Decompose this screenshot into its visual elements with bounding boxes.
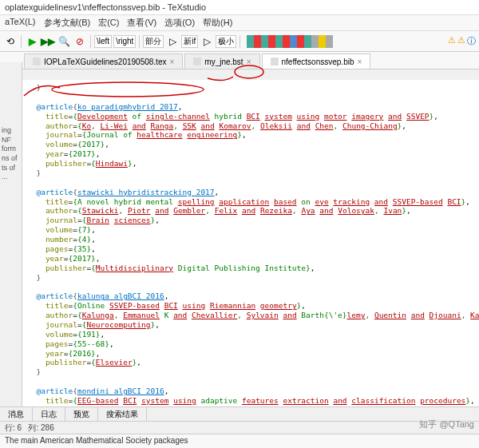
file-icon: [271, 57, 279, 65]
close-icon[interactable]: ×: [247, 57, 251, 66]
bottom-panel-tabs: 消息日志预览搜索结果: [0, 406, 479, 421]
color-swatch[interactable]: [290, 35, 297, 48]
color-swatch[interactable]: [319, 35, 326, 48]
bottom-tab[interactable]: 消息: [0, 407, 33, 421]
file-icon: [193, 57, 201, 65]
color-swatch[interactable]: [268, 35, 275, 48]
newif-combo[interactable]: 新if: [181, 35, 198, 48]
warn-icon[interactable]: ⓘ: [467, 35, 476, 47]
tab-label: IOPLaTeXGuidelines20190508.tex: [44, 57, 166, 66]
menu-item[interactable]: 帮助(H): [203, 17, 232, 29]
code-editor[interactable]: } @article{ko_paradigmhybrid_2017, title…: [22, 80, 479, 406]
line-value: 6: [18, 423, 22, 432]
line-label: 行:: [5, 423, 15, 432]
view-icon[interactable]: 🔍: [57, 34, 71, 49]
color-swatch[interactable]: [326, 35, 333, 48]
parts-combo[interactable]: 部分: [143, 35, 164, 48]
run-icon[interactable]: ▶: [25, 34, 39, 49]
menu-item[interactable]: 宏(C): [98, 17, 119, 29]
menu-item[interactable]: 选项(O): [164, 17, 195, 29]
tab-label: nfeffectsonssvep.bib: [282, 57, 354, 66]
scale-combo[interactable]: 极小: [216, 35, 236, 48]
color-swatch[interactable]: [261, 35, 268, 48]
close-icon[interactable]: ×: [358, 57, 362, 66]
file-icon: [33, 57, 41, 65]
gt-icon[interactable]: ▷: [200, 34, 214, 49]
run-fast-icon[interactable]: ▶▶: [41, 34, 55, 49]
tab-label: my_jne.bst: [204, 57, 243, 66]
warn-icon[interactable]: ⚠: [457, 35, 465, 47]
menu-item[interactable]: 查看(V): [127, 17, 156, 29]
col-value: 286: [41, 423, 54, 432]
left-combo[interactable]: \left: [94, 35, 112, 48]
side-panel: ing NF form ns of ts of ...: [0, 62, 22, 421]
bottom-tab[interactable]: 预览: [65, 407, 98, 421]
warn-icon[interactable]: ⚠: [448, 35, 456, 47]
toolbar: ⟲ ▶ ▶▶ 🔍 ⊘ \left \right 部分 ▷ 新if ▷ 极小 ⚠⚠…: [0, 31, 479, 52]
refresh-icon[interactable]: ⟲: [3, 34, 18, 49]
color-palette[interactable]: [247, 35, 333, 48]
lt-icon[interactable]: ▷: [165, 34, 180, 49]
color-swatch[interactable]: [304, 35, 311, 48]
status-bar: 行: 6 列: 286: [0, 421, 479, 434]
bottom-tab[interactable]: 搜索结果: [98, 407, 147, 421]
menu-bar: aTeX(L)参考文献(B)宏(C)查看(V)选项(O)帮助(H): [0, 15, 479, 31]
color-swatch[interactable]: [247, 35, 254, 48]
color-swatch[interactable]: [283, 35, 290, 48]
editor-tab[interactable]: my_jne.bst×: [184, 54, 259, 69]
right-combo[interactable]: \right: [113, 35, 136, 48]
stop-icon[interactable]: ⊘: [73, 34, 87, 49]
color-swatch[interactable]: [275, 35, 283, 48]
window-title: oplatexguidelinesv1\nfeffectonssvep.bib …: [0, 0, 479, 15]
col-label: 列:: [28, 423, 38, 432]
color-swatch[interactable]: [311, 35, 319, 48]
menu-item[interactable]: aTeX(L): [5, 17, 36, 29]
color-swatch[interactable]: [297, 35, 304, 48]
footer-message: The main American Mathematical Society p…: [0, 434, 479, 448]
menu-item[interactable]: 参考文献(B): [44, 17, 91, 29]
color-swatch[interactable]: [254, 35, 261, 48]
editor-tab[interactable]: IOPLaTeXGuidelines20190508.tex×: [24, 54, 183, 69]
warning-icons: ⚠⚠ⓘ: [448, 35, 476, 47]
watermark: 知乎 @QTang: [419, 418, 474, 430]
close-icon[interactable]: ×: [169, 57, 174, 66]
editor-tabs: IOPLaTeXGuidelines20190508.tex×my_jne.bs…: [0, 52, 479, 69]
bottom-tab[interactable]: 日志: [33, 407, 65, 421]
editor-tab[interactable]: nfeffectsonssvep.bib×: [262, 54, 371, 69]
